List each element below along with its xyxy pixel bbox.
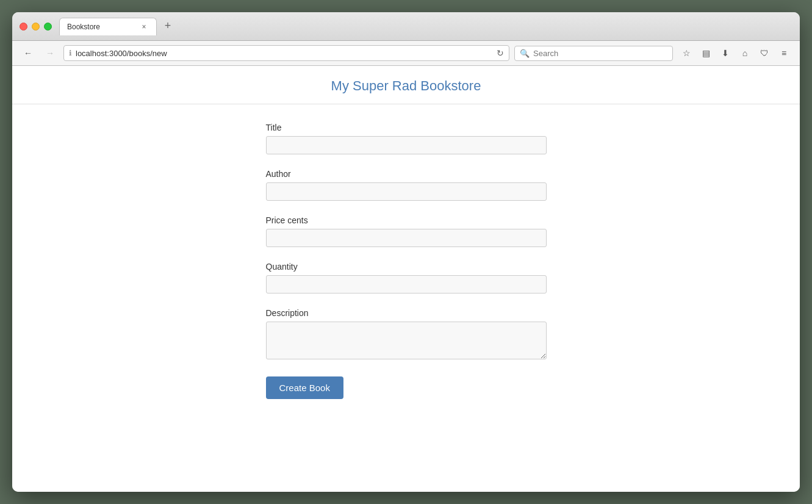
author-label: Author xyxy=(266,169,547,179)
title-bar: Bookstore × + xyxy=(12,12,800,41)
bookmark-button[interactable]: ☆ xyxy=(678,45,695,62)
refresh-icon[interactable]: ↻ xyxy=(497,48,504,58)
price-cents-input[interactable] xyxy=(266,229,547,247)
page-content: My Super Rad Bookstore Title Author Pric… xyxy=(12,66,800,492)
price-cents-label: Price cents xyxy=(266,215,547,225)
search-bar[interactable]: 🔍 xyxy=(514,46,673,61)
close-button[interactable] xyxy=(20,23,27,31)
window-controls xyxy=(20,23,52,31)
author-group: Author xyxy=(266,169,547,201)
tab-label: Bookstore xyxy=(67,23,135,31)
create-book-button[interactable]: Create Book xyxy=(266,376,343,399)
info-icon: ℹ xyxy=(69,49,72,57)
nav-bar: ← → ℹ ↻ 🔍 ☆ ▤ ⬇ ⌂ 🛡 ≡ xyxy=(12,41,800,66)
page-title: My Super Rad Bookstore xyxy=(12,78,800,94)
search-input[interactable] xyxy=(533,49,667,58)
title-group: Title xyxy=(266,123,547,154)
address-input[interactable] xyxy=(76,49,493,58)
form-container: Title Author Price cents Quantity Descri… xyxy=(254,104,559,417)
price-cents-group: Price cents xyxy=(266,215,547,247)
forward-button: → xyxy=(41,45,59,62)
search-icon: 🔍 xyxy=(520,49,530,58)
title-input[interactable] xyxy=(266,136,547,154)
page-header: My Super Rad Bookstore xyxy=(12,66,800,104)
home-button[interactable]: ⌂ xyxy=(736,45,753,62)
quantity-group: Quantity xyxy=(266,262,547,293)
browser-tab[interactable]: Bookstore × xyxy=(59,18,157,35)
tabs-bar: Bookstore × + xyxy=(59,17,792,35)
quantity-label: Quantity xyxy=(266,262,547,272)
nav-actions: ☆ ▤ ⬇ ⌂ 🛡 ≡ xyxy=(678,45,792,62)
back-button[interactable]: ← xyxy=(20,45,37,62)
title-label: Title xyxy=(266,123,547,132)
minimize-button[interactable] xyxy=(32,23,40,31)
quantity-input[interactable] xyxy=(266,275,547,293)
description-group: Description xyxy=(266,308,547,362)
maximize-button[interactable] xyxy=(44,23,52,31)
download-button[interactable]: ⬇ xyxy=(717,45,734,62)
menu-button[interactable]: ≡ xyxy=(775,45,792,62)
reading-mode-button[interactable]: ▤ xyxy=(697,45,714,62)
address-bar[interactable]: ℹ ↻ xyxy=(63,45,509,61)
shield-button[interactable]: 🛡 xyxy=(756,45,773,62)
title-bar-top: Bookstore × + xyxy=(20,17,792,35)
author-input[interactable] xyxy=(266,182,547,201)
description-input[interactable] xyxy=(266,322,547,359)
description-label: Description xyxy=(266,308,547,318)
browser-window: Bookstore × + ← → ℹ ↻ 🔍 ☆ ▤ ⬇ ⌂ 🛡 ≡ xyxy=(12,12,800,492)
new-tab-button[interactable]: + xyxy=(159,17,176,34)
tab-close-button[interactable]: × xyxy=(139,22,149,32)
